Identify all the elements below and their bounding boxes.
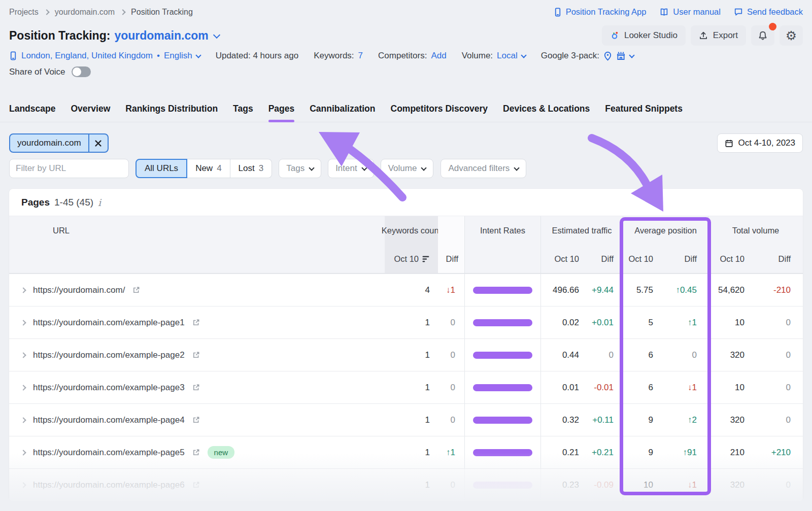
page-url-link[interactable]: https://yourdomain.com/example-page3: [33, 383, 185, 393]
google-3pack-selector[interactable]: Google 3-pack:: [541, 51, 634, 61]
keywords-count-cell: 1: [385, 339, 438, 371]
user-manual-link[interactable]: User manual: [659, 7, 721, 17]
volume-diff-cell: 0: [753, 404, 803, 436]
chevron-down-icon: [514, 165, 520, 171]
external-link-icon[interactable]: [132, 286, 140, 294]
send-feedback-link[interactable]: Send feedback: [734, 7, 803, 17]
page-url-link[interactable]: https://yourdomain.com/example-page5: [33, 448, 185, 458]
tags-dropdown[interactable]: Tags: [279, 159, 321, 178]
tab-tags[interactable]: Tags: [233, 100, 253, 122]
tab-landscape[interactable]: Landscape: [9, 100, 55, 122]
intent-rates-cell: [464, 274, 540, 306]
column-group-intent-rates[interactable]: Intent Rates: [464, 216, 540, 245]
expand-row-icon[interactable]: [20, 385, 26, 390]
export-label: Export: [713, 30, 738, 41]
date-range-button[interactable]: Oct 4-10, 2023: [717, 133, 803, 153]
expand-row-icon[interactable]: [20, 352, 26, 358]
page-url-link[interactable]: https://yourdomain.com/example-page1: [33, 318, 185, 328]
segment-new[interactable]: New4: [187, 159, 230, 178]
column-header-url[interactable]: URL: [9, 216, 385, 245]
map-pin-icon: [603, 51, 612, 61]
subheader-volume-diff[interactable]: Diff: [753, 245, 803, 273]
toggle-knob: [73, 67, 81, 76]
table-title: Pages: [21, 197, 50, 208]
tab-featured-snippets[interactable]: Featured Snippets: [605, 100, 683, 122]
export-button[interactable]: Export: [691, 25, 746, 46]
breadcrumb-domain[interactable]: yourdomain.com: [55, 8, 115, 17]
column-group-estimated-traffic[interactable]: Estimated traffic: [540, 216, 623, 245]
share-of-voice-toggle[interactable]: [72, 66, 91, 77]
tab-overview[interactable]: Overview: [71, 100, 110, 122]
expand-row-icon[interactable]: [20, 287, 26, 293]
volume-selector[interactable]: Volume: Local: [462, 51, 526, 61]
page-url-link[interactable]: https://yourdomain.com/example-page2: [33, 350, 185, 360]
page-url-link[interactable]: https://yourdomain.com/example-page4: [33, 415, 185, 425]
keywords-count-cell: 1: [385, 371, 438, 403]
expand-row-icon[interactable]: [20, 482, 26, 488]
remove-chip-button[interactable]: [88, 134, 108, 152]
external-link-icon[interactable]: [192, 481, 200, 489]
breadcrumb-projects[interactable]: Projects: [9, 8, 39, 17]
tab-competitors-discovery[interactable]: Competitors Discovery: [391, 100, 488, 122]
table-row: https://yourdomain.com/example-page5new …: [9, 436, 803, 468]
total-volume-cell: 10: [708, 371, 753, 403]
chevron-down-icon: [309, 165, 314, 171]
volume-diff-cell: +210: [753, 436, 803, 468]
external-link-icon[interactable]: [192, 351, 200, 359]
subheader-position-date[interactable]: Oct 10: [623, 245, 663, 273]
chevron-right-icon: [44, 9, 49, 15]
keywords-count-cell: 4: [385, 274, 438, 306]
expand-row-icon[interactable]: [20, 417, 26, 423]
column-group-keywords-count[interactable]: Keywords count: [385, 216, 438, 245]
looker-studio-button[interactable]: Looker Studio: [602, 25, 686, 46]
subheader-volume-date[interactable]: Oct 10: [708, 245, 753, 273]
notifications-button[interactable]: [751, 25, 774, 46]
url-filter-input[interactable]: [10, 163, 129, 174]
subheader-keywords-date-sorted[interactable]: Oct 10: [385, 245, 438, 273]
estimated-traffic-cell: 0.21: [540, 436, 587, 468]
subheader-position-diff[interactable]: Diff: [663, 245, 708, 273]
settings-button[interactable]: ⚙: [780, 25, 803, 46]
keywords-count: Keywords: 7: [314, 51, 363, 61]
external-link-icon[interactable]: [192, 384, 200, 391]
info-icon[interactable]: i: [98, 197, 101, 208]
segment-lost[interactable]: Lost3: [230, 159, 273, 178]
chevron-right-icon: [120, 9, 125, 15]
intent-dropdown[interactable]: Intent: [328, 159, 374, 178]
user-manual-label: User manual: [673, 7, 721, 17]
sort-desc-icon: [422, 256, 430, 262]
average-position-cell: 5: [623, 306, 663, 338]
column-group-average-position[interactable]: Average position: [623, 216, 708, 245]
position-tracking-app-link[interactable]: Position Tracking App: [554, 7, 647, 17]
page-title-domain[interactable]: yourdomain.com: [114, 29, 208, 43]
new-count: 4: [217, 163, 221, 174]
table-row: https://yourdomain.com/example-page2 1 0…: [9, 338, 803, 371]
tab-pages[interactable]: Pages: [268, 100, 295, 122]
tab-rankings-distribution[interactable]: Rankings Distribution: [125, 100, 218, 122]
competitors-add-link[interactable]: Add: [431, 51, 446, 61]
expand-row-icon[interactable]: [20, 320, 26, 325]
notification-dot: [769, 23, 776, 30]
total-volume-cell: 10: [708, 306, 753, 338]
external-link-icon[interactable]: [192, 449, 200, 456]
external-link-icon[interactable]: [192, 319, 200, 326]
subheader-traffic-date[interactable]: Oct 10: [540, 245, 587, 273]
advanced-filters-dropdown[interactable]: Advanced filters: [441, 159, 526, 178]
external-link-icon[interactable]: [192, 416, 200, 424]
volume-dropdown[interactable]: Volume: [381, 159, 434, 178]
page-url-link[interactable]: https://yourdomain.com/: [33, 285, 125, 295]
page-url-link[interactable]: https://yourdomain.com/example-page6: [33, 480, 185, 490]
looker-studio-label: Looker Studio: [624, 30, 678, 41]
intent-rates-cell: [464, 371, 540, 403]
tab-cannibalization[interactable]: Cannibalization: [310, 100, 375, 122]
chevron-down-icon[interactable]: [213, 31, 220, 38]
tab-devices-locations[interactable]: Devices & Locations: [503, 100, 590, 122]
keywords-value-link[interactable]: 7: [358, 51, 363, 61]
subheader-traffic-diff[interactable]: Diff: [587, 245, 623, 273]
segment-all-urls[interactable]: All URLs: [136, 159, 187, 178]
intent-rates-cell: [464, 404, 540, 436]
location-language-selector[interactable]: London, England, United Kingdom • Englis…: [9, 51, 200, 61]
expand-row-icon[interactable]: [20, 450, 26, 455]
column-group-total-volume[interactable]: Total volume: [708, 216, 803, 245]
subheader-keywords-diff[interactable]: Diff: [438, 245, 464, 273]
